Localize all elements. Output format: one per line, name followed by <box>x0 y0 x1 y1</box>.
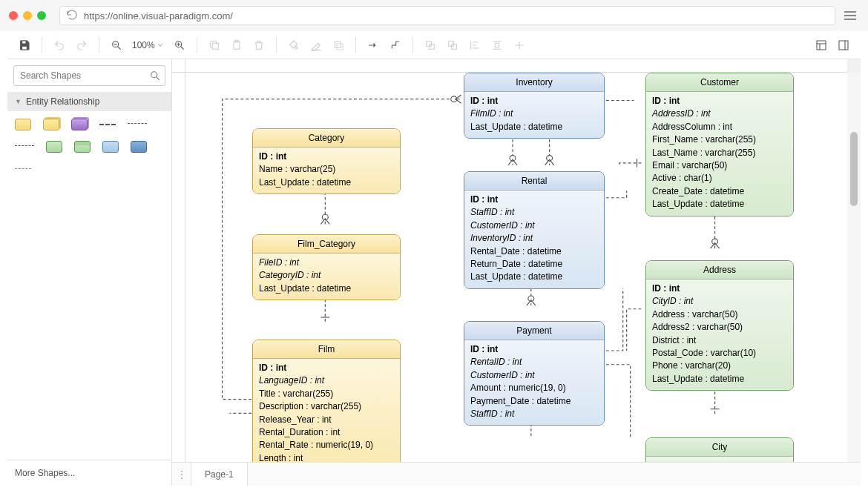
shape-relation-crow[interactable] <box>128 119 147 128</box>
entity-film_category[interactable]: Film_CategoryFileID : intCategoryID : in… <box>252 234 401 300</box>
shape-relation-dot[interactable] <box>99 124 116 125</box>
entity-column[interactable]: Phone : varchar(20) <box>652 360 787 372</box>
entity-column[interactable]: ID : int <box>259 362 394 374</box>
outline-panel-button[interactable] <box>834 36 853 55</box>
to-front-button[interactable] <box>421 36 440 55</box>
format-panel-button[interactable] <box>812 36 831 55</box>
entity-payment[interactable]: PaymentID : intRentalID : intCustomerID … <box>464 321 605 426</box>
line-color-button[interactable] <box>306 36 326 55</box>
to-back-button[interactable] <box>443 36 462 55</box>
shape-table-blue-dark[interactable] <box>131 141 147 153</box>
canvas[interactable]: CategoryID : intName : varchar(25)Last_U… <box>185 73 847 462</box>
address-bar[interactable]: https://online.visual-paradigm.com/ <box>59 6 835 25</box>
copy-button[interactable] <box>205 36 224 55</box>
add-button[interactable] <box>510 36 529 55</box>
entity-column[interactable]: Last_Update : datetime <box>470 121 598 133</box>
entity-column[interactable]: AddressColumn : int <box>652 121 787 133</box>
align-button[interactable] <box>465 36 484 55</box>
entity-column[interactable]: CategoryID : int <box>259 269 394 282</box>
entity-column[interactable]: Amount : numeric(19, 0) <box>470 382 598 394</box>
entity-column[interactable]: AddressID : int <box>652 107 787 120</box>
entity-column[interactable]: FileID : int <box>259 257 394 269</box>
search-input[interactable] <box>13 65 165 86</box>
entity-column[interactable]: Last_Name : varchar(255) <box>652 147 787 159</box>
vertical-scrollbar[interactable] <box>847 73 861 462</box>
refresh-icon[interactable] <box>66 9 78 23</box>
entity-column[interactable]: RentalID : int <box>470 356 598 368</box>
entity-column[interactable]: Title : varchar(255) <box>259 388 394 400</box>
more-shapes-button[interactable]: More Shapes... <box>7 460 171 486</box>
entity-column[interactable]: Last_Update : datetime <box>652 373 787 386</box>
tabs-handle[interactable]: ⋮ <box>172 463 191 486</box>
entity-column[interactable]: ID : int <box>652 95 787 107</box>
entity-column[interactable]: Rental_Duration : int <box>259 426 394 439</box>
fill-color-button[interactable] <box>284 36 303 55</box>
entity-column[interactable]: Create_Date : datetime <box>652 185 787 198</box>
entity-column[interactable]: StaffID : int <box>470 206 598 219</box>
zoom-in-button[interactable] <box>170 36 189 55</box>
paste-button[interactable] <box>227 36 246 55</box>
entity-column[interactable]: Email : varchar(50) <box>652 159 787 172</box>
maximize-window-button[interactable] <box>37 11 46 20</box>
entity-column[interactable]: LanguageID : int <box>259 374 394 387</box>
entity-column[interactable]: Name : varchar(25) <box>259 163 394 176</box>
redo-button[interactable] <box>72 36 91 55</box>
section-header-er[interactable]: ▼ Entity Relationship <box>7 92 171 111</box>
waypoint-style-button[interactable] <box>386 36 405 55</box>
entity-column[interactable]: StaffID : int <box>470 408 598 420</box>
entity-column[interactable]: Length : int <box>259 452 394 462</box>
entity-category[interactable]: CategoryID : intName : varchar(25)Last_U… <box>252 128 401 194</box>
entity-column[interactable]: ID : int <box>259 150 394 163</box>
entity-column[interactable]: CustomerID : int <box>470 369 598 382</box>
entity-column[interactable]: Active : char(1) <box>652 172 787 185</box>
shape-entity-3d[interactable] <box>43 119 59 130</box>
shape-table-green[interactable] <box>46 141 62 153</box>
entity-column[interactable]: First_Name : varchar(255) <box>652 133 787 146</box>
undo-button[interactable] <box>50 36 69 55</box>
zoom-select[interactable]: 100% <box>129 40 167 50</box>
entity-column[interactable]: Postal_Code : varchar(10) <box>652 347 787 360</box>
entity-column[interactable]: FilmID : int <box>470 107 598 120</box>
entity-film[interactable]: FilmID : intLanguageID : intTitle : varc… <box>252 340 401 462</box>
entity-column[interactable]: Return_Date : datetime <box>470 258 598 271</box>
minimize-window-button[interactable] <box>23 11 32 20</box>
entity-column[interactable]: Payment_Date : datetime <box>470 395 598 408</box>
close-window-button[interactable] <box>9 11 18 20</box>
shape-entity[interactable] <box>15 119 31 130</box>
shape-entity-purple[interactable] <box>71 119 88 130</box>
entity-column[interactable]: Rental_Rate : numeric(19, 0) <box>259 439 394 451</box>
entity-rental[interactable]: RentalID : intStaffID : intCustomerID : … <box>464 171 605 289</box>
save-button[interactable] <box>15 36 34 55</box>
shape-table-blue[interactable] <box>102 141 119 153</box>
shape-dash-line[interactable] <box>15 168 31 170</box>
entity-column[interactable]: Last_Update : datetime <box>470 271 598 283</box>
entity-column[interactable]: CityID : int <box>652 295 787 308</box>
entity-address[interactable]: AddressID : intCityID : intAddress : var… <box>645 260 794 391</box>
entity-column[interactable]: InventoryID : int <box>470 232 598 245</box>
entity-column[interactable]: ID : int <box>470 343 598 356</box>
shadow-button[interactable] <box>329 36 348 55</box>
entity-customer[interactable]: CustomerID : intAddressID : intAddressCo… <box>645 73 794 216</box>
delete-button[interactable] <box>249 36 269 55</box>
browser-menu-button[interactable] <box>841 7 859 24</box>
entity-column[interactable]: Address2 : varchar(50) <box>652 321 787 334</box>
entity-column[interactable]: ID : int <box>652 282 787 295</box>
zoom-out-button[interactable] <box>107 36 126 55</box>
entity-column[interactable]: Address : varchar(50) <box>652 308 787 321</box>
distribute-button[interactable] <box>487 36 507 55</box>
entity-column[interactable]: CustomerID : int <box>470 219 598 232</box>
entity-column[interactable]: Release_Year : int <box>259 414 394 426</box>
entity-column[interactable]: Rental_Date : datetime <box>470 245 598 258</box>
page-tab-1[interactable]: Page-1 <box>191 463 248 486</box>
entity-city[interactable]: CityID : int <box>645 437 794 462</box>
entity-column[interactable]: District : int <box>652 334 787 347</box>
entity-column[interactable]: ID : int <box>470 193 598 206</box>
entity-column[interactable]: Last_Update : datetime <box>259 176 394 189</box>
search-icon[interactable] <box>149 70 161 84</box>
entity-column[interactable]: Last_Update : datetime <box>652 198 787 211</box>
entity-column[interactable]: Description : varchar(255) <box>259 400 394 413</box>
entity-column[interactable]: ID : int <box>470 95 598 107</box>
shape-relation-many[interactable] <box>15 141 34 150</box>
entity-column[interactable]: Last_Update : datetime <box>259 282 394 295</box>
connection-style-button[interactable] <box>364 36 383 55</box>
